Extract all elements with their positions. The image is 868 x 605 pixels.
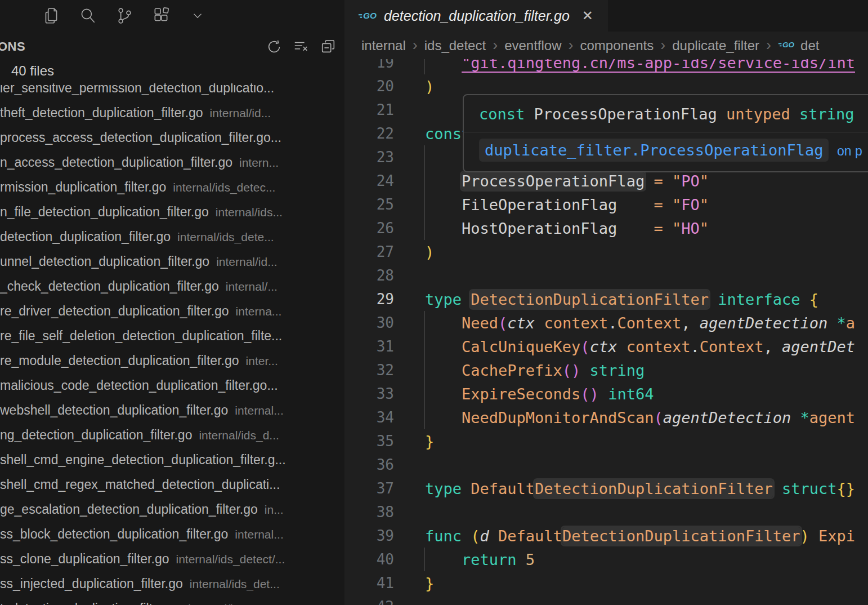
list-item[interactable]: detection_duplication_filter.gointernal/… (0, 224, 344, 249)
code-line[interactable]: 24 ProcessOperationFlag = "PO" (344, 169, 868, 193)
list-item[interactable]: re_driver_detection_duplication_filter.g… (0, 299, 344, 323)
code-line[interactable]: 40 return 5 (344, 548, 868, 571)
file-name: re_module_detection_duplication_filter.g… (0, 353, 239, 368)
list-item[interactable]: unnel_detection_duplication_filter.goint… (0, 249, 344, 274)
source-control-icon[interactable] (115, 6, 134, 25)
list-item[interactable]: ss_clone_duplication_filter.gointernal/i… (0, 546, 344, 571)
code-text: return 5 (425, 551, 535, 568)
file-path: interna... (236, 305, 282, 318)
file-path: internal/ids_detect/... (176, 553, 285, 566)
file-name: ss_clone_duplication_filter.go (0, 551, 169, 566)
breadcrumb-item[interactable]: eventflow (504, 38, 561, 54)
code-line[interactable]: 25 FileOperationFlag = "FO" (344, 193, 868, 216)
code-line[interactable]: 33 ExpireSeconds() int64 (344, 382, 868, 406)
list-item[interactable]: ng_detection_duplication_filter.gointern… (0, 422, 344, 447)
file-path: inter... (246, 354, 278, 367)
file-name: re_driver_detection_duplication_filter.g… (0, 304, 229, 318)
list-item[interactable]: rmission_duplication_filter.gointernal/i… (0, 175, 344, 199)
list-item[interactable]: theft_detection_duplication_filter.goint… (0, 100, 344, 125)
files-icon[interactable] (42, 6, 61, 25)
search-icon[interactable] (78, 6, 97, 25)
list-item[interactable]: _check_detection_duplication_filter.goin… (0, 274, 344, 299)
file-path: internal... (235, 404, 283, 417)
code-text: ProcessOperationFlag = "PO" (425, 172, 709, 190)
breadcrumb-item: det (800, 38, 819, 54)
breadcrumb-file[interactable]: GO det (778, 38, 819, 54)
list-item[interactable]: webshell_detection_duplication_filter.go… (0, 398, 344, 422)
breadcrumb-item[interactable]: internal (361, 38, 406, 54)
code-line[interactable]: 36 (344, 453, 868, 477)
extensions-icon[interactable] (151, 6, 171, 25)
close-icon[interactable]: ✕ (582, 8, 593, 24)
list-item[interactable]: shell_cmd_engine_detection_duplication_f… (0, 447, 344, 472)
list-item[interactable]: ss_block_detection_duplication_filter.go… (0, 522, 344, 546)
chevron-down-icon[interactable] (188, 6, 207, 25)
breadcrumb-item[interactable]: ids_detect (424, 38, 486, 54)
file-path: internal... (235, 528, 283, 541)
file-name: ier_sensitive_permission_detection_dupli… (0, 83, 274, 95)
list-item[interactable]: t_detection_duplication_filter.gointerna… (0, 596, 344, 605)
file-path: internal/ids_detec... (173, 181, 275, 194)
list-item[interactable]: malicious_code_detection_duplication_fil… (0, 373, 344, 398)
code-line[interactable]: 29type DetectionDuplicationFilter interf… (344, 287, 868, 311)
code-line[interactable]: 31 CalcUniqueKey(ctx context.Context, ag… (344, 335, 868, 358)
file-path: internal/... (226, 280, 278, 293)
breadcrumb-item[interactable]: duplicate_filter (672, 38, 759, 54)
clear-results-icon[interactable] (293, 38, 310, 55)
collapse-all-icon[interactable] (320, 38, 337, 55)
code-text: FileOperationFlag = "FO" (425, 196, 709, 213)
hover-doc-link[interactable]: on p (837, 144, 862, 158)
code-text: NeedDupMonitorAndScan(agentDetection *ag… (425, 409, 855, 426)
file-name: re_file_self_deletion_detection_duplicat… (0, 328, 282, 343)
list-item[interactable]: ss_injected_duplication_filter.gointerna… (0, 571, 344, 596)
code-line[interactable]: 42 (344, 595, 868, 605)
hover-symbol-link[interactable]: duplicate_filter.ProcessOperationFlag (479, 139, 829, 162)
file-name: webshell_detection_duplication_filter.go (0, 403, 228, 417)
list-item[interactable]: ge_escalation_detection_duplication_filt… (0, 497, 344, 522)
code-line[interactable]: 19 "git.qingteng.cn/ms-app-ids/service-i… (344, 59, 868, 74)
list-item[interactable]: n_access_detection_duplication_filter.go… (0, 150, 344, 175)
code-line[interactable]: 30 Need(ctx context.Context, agentDetect… (344, 311, 868, 335)
line-number: 19 (344, 59, 394, 71)
tab-bar: GO detection_duplication_filter.go ✕ (344, 0, 868, 32)
list-item[interactable]: re_file_self_deletion_detection_duplicat… (0, 323, 344, 348)
file-name: ss_injected_duplication_filter.go (0, 576, 183, 591)
breadcrumb-list: internal›ids_detect›eventflow›components… (361, 37, 759, 54)
chevron-right-icon: › (413, 37, 418, 54)
list-item[interactable]: shell_cmd_regex_matched_detection_duplic… (0, 472, 344, 497)
line-number: 39 (344, 527, 394, 544)
breadcrumb: internal›ids_detect›eventflow›components… (344, 32, 868, 59)
code-line[interactable]: 39func (d DefaultDetectionDuplicationFil… (344, 524, 868, 548)
code-line[interactable]: 28 (344, 264, 868, 287)
code-line[interactable]: 37type DefaultDetectionDuplicationFilter… (344, 477, 868, 500)
line-number: 31 (344, 338, 394, 355)
go-icon: GO (358, 10, 378, 22)
line-number: 42 (344, 598, 394, 605)
chevron-right-icon: › (569, 37, 574, 54)
file-name: ss_block_detection_duplication_filter.go (0, 527, 228, 541)
code-line[interactable]: 41} (344, 571, 868, 595)
chevron-right-icon: › (493, 37, 498, 54)
tab-title: detection_duplication_filter.go (384, 8, 570, 24)
code-line[interactable]: 27) (344, 240, 868, 264)
code-line[interactable]: 38 (344, 500, 868, 524)
refresh-icon[interactable] (266, 38, 283, 55)
tab-detection-duplication-filter[interactable]: GO detection_duplication_filter.go ✕ (344, 0, 608, 32)
breadcrumb-item[interactable]: components (580, 38, 654, 54)
code-line[interactable]: 32 CachePrefix() string (344, 358, 868, 382)
list-item[interactable]: n_file_detection_duplication_filter.goin… (0, 199, 344, 224)
list-item[interactable]: process_access_detection_duplication_fil… (0, 125, 344, 150)
list-item[interactable]: ier_sensitive_permission_detection_dupli… (0, 83, 344, 100)
svg-text:GO: GO (363, 11, 377, 20)
list-item[interactable]: re_module_detection_duplication_filter.g… (0, 348, 344, 373)
code-text: ExpireSeconds() int64 (425, 385, 654, 403)
file-path: internal/ids_d... (199, 429, 279, 442)
file-path: internal/ids_dete... (177, 230, 274, 243)
code-line[interactable]: 35} (344, 429, 868, 453)
file-name: process_access_detection_duplication_fil… (0, 130, 281, 145)
file-name: malicious_code_detection_duplication_fil… (0, 378, 278, 393)
code-line[interactable]: 26 HostOperationFlag = "HO" (344, 216, 868, 240)
results-list: ier_sensitive_permission_detection_dupli… (0, 83, 344, 605)
code-line[interactable]: 34 NeedDupMonitorAndScan(agentDetection … (344, 406, 868, 429)
chevron-right-icon: › (766, 37, 771, 54)
